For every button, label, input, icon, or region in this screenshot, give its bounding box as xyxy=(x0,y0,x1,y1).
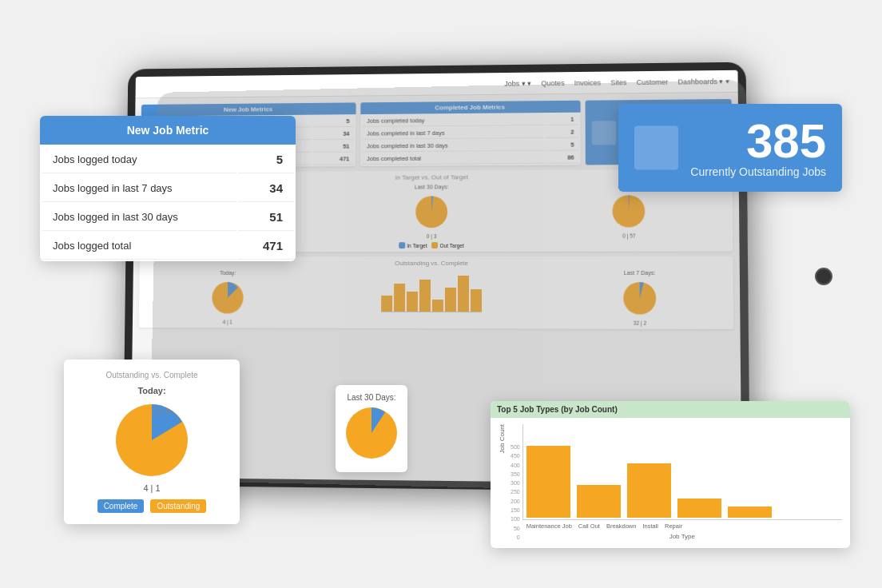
y-axis-label: Job Count xyxy=(499,424,506,453)
bar-rect xyxy=(677,499,721,518)
pie-last30-svg xyxy=(344,405,399,461)
pie-last30-label: Last 30 Days: xyxy=(344,393,399,402)
word-one: One xyxy=(152,405,172,417)
chart-with-axis: 500 450 400 350 300 250 200 150 100 50 0 xyxy=(511,424,842,540)
pie-today-values: 4 | 1 xyxy=(143,483,160,493)
y-axis-labels: 500 450 400 350 300 250 200 150 100 50 0 xyxy=(511,444,520,540)
bar-chart-area xyxy=(522,424,842,520)
bar-install xyxy=(677,499,721,518)
bar-callout xyxy=(577,485,621,518)
bar-rect xyxy=(627,463,671,518)
table-row: Jobs logged in last 30 days 51 xyxy=(42,204,294,231)
bar-chart-header: Top 5 Job Types (by Job Count) xyxy=(491,401,850,418)
new-job-table: Jobs logged today 5 Jobs logged in last … xyxy=(40,145,296,261)
bar-label-breakdown: Breakdown xyxy=(606,522,637,530)
outstanding-jobs-card: 385 Currently Outstanding Jobs xyxy=(618,104,842,192)
outstanding-complete-title: Outstanding vs. Complete xyxy=(75,371,228,379)
outstanding-jobs-icon xyxy=(634,126,678,170)
bar-breakdown xyxy=(627,463,671,518)
bar-label-callout: Call Out xyxy=(578,522,600,530)
legend-complete-btn[interactable]: Complete xyxy=(97,499,145,513)
bar-rect xyxy=(577,485,621,518)
bar-repair xyxy=(728,507,772,518)
x-axis-labels: Maintenance Job Call Out Breakdown Insta… xyxy=(522,520,842,530)
x-axis-title: Job Type xyxy=(522,533,842,540)
legend-outstanding-btn[interactable]: Outstanding xyxy=(150,499,206,513)
tablet-home-button[interactable] xyxy=(815,268,832,285)
pie-legend: Complete Outstanding xyxy=(97,499,207,513)
table-row: Jobs logged today 5 xyxy=(42,146,294,173)
bar-label-maintenance: Maintenance Job xyxy=(526,522,572,530)
bar-maintenance xyxy=(526,446,570,518)
pie-today-label: Today: xyxy=(137,386,165,395)
table-row: Jobs logged in last 7 days 34 xyxy=(42,175,294,202)
outstanding-big-number: 385 xyxy=(746,117,826,165)
pie-outstanding-card: Outstanding vs. Complete Today: 4 | 1 Co… xyxy=(64,360,240,524)
table-row: Jobs logged total 471 xyxy=(42,232,294,260)
bar-chart-card: Top 5 Job Types (by Job Count) Job Count… xyxy=(491,401,850,548)
outstanding-sub-text: Currently Outstanding Jobs xyxy=(690,165,826,178)
bar-rect xyxy=(526,446,570,518)
bar-rect xyxy=(728,507,772,518)
bar-label-repair: Repair xyxy=(665,522,682,530)
bar-label-install: Install xyxy=(642,522,658,530)
pie-last30-card: Last 30 Days: xyxy=(336,385,407,472)
new-job-card-header: New Job Metric xyxy=(40,116,296,145)
new-job-metric-card: New Job Metric Jobs logged today 5 Jobs … xyxy=(40,116,296,261)
